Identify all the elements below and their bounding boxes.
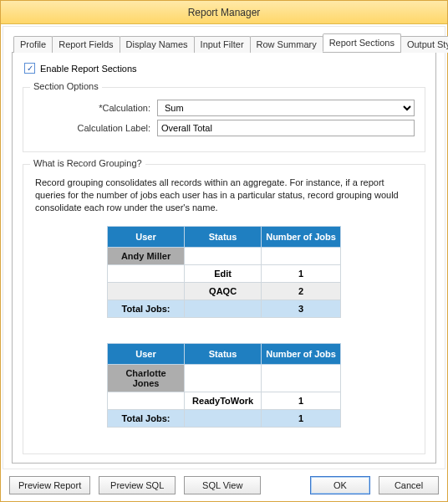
- enable-sections-row: ✓ Enable Report Sections: [24, 63, 425, 74]
- table-row-total: Total Jobs: 3: [108, 300, 341, 317]
- calculation-row: *Calculation: Sum: [33, 100, 415, 116]
- record-grouping-group: What is Record Grouping? Record grouping…: [23, 164, 425, 454]
- client-area: Profile Report Fields Display Names Inpu…: [3, 26, 445, 469]
- empty-cell: [185, 300, 262, 317]
- col-jobs: Number of Jobs: [262, 343, 341, 364]
- tab-panel-report-sections: ✓ Enable Report Sections Section Options…: [12, 52, 436, 464]
- table-row: Edit 1: [108, 264, 341, 282]
- tab-profile[interactable]: Profile: [13, 36, 53, 53]
- user-cell: Andy Miller: [108, 247, 185, 264]
- section-options-title: Section Options: [30, 81, 102, 91]
- col-user: User: [108, 226, 185, 247]
- table-row: ReadyToWork 1: [108, 392, 341, 409]
- empty-cell: [108, 392, 185, 409]
- tab-display-names[interactable]: Display Names: [120, 36, 195, 53]
- empty-cell: [262, 247, 341, 264]
- total-value-cell: 3: [262, 300, 341, 317]
- example-tables: User Status Number of Jobs Andy Miller: [33, 223, 415, 431]
- enable-sections-label: Enable Report Sections: [40, 64, 137, 74]
- tab-input-filter[interactable]: Input Filter: [194, 36, 251, 53]
- jobs-cell: 2: [262, 282, 341, 300]
- status-cell: Edit: [185, 264, 262, 282]
- section-options-group: Section Options *Calculation: Sum Calcul…: [23, 87, 425, 152]
- empty-cell: [262, 364, 341, 392]
- preview-sql-button[interactable]: Preview SQL: [99, 476, 176, 494]
- empty-cell: [185, 364, 262, 392]
- titlebar: Report Manager: [1, 1, 447, 24]
- col-status: Status: [185, 343, 262, 364]
- status-cell: ReadyToWork: [185, 392, 262, 409]
- example-table-2: User Status Number of Jobs Charlotte Jon…: [107, 343, 341, 428]
- table-row: Charlotte Jones: [108, 364, 341, 392]
- col-jobs: Number of Jobs: [262, 226, 341, 247]
- calculation-select[interactable]: Sum: [157, 100, 415, 116]
- tab-report-fields[interactable]: Report Fields: [52, 36, 120, 53]
- tab-output-style[interactable]: Output Style: [400, 36, 448, 53]
- calc-label-row: Calculation Label:: [33, 120, 415, 136]
- table-row-total: Total Jobs: 1: [108, 409, 341, 427]
- calc-label-input[interactable]: [157, 120, 415, 136]
- empty-cell: [185, 247, 262, 264]
- preview-report-button[interactable]: Preview Report: [9, 476, 90, 494]
- empty-cell: [108, 264, 185, 282]
- total-label-cell: Total Jobs:: [108, 300, 185, 317]
- tab-report-sections[interactable]: Report Sections: [323, 33, 401, 52]
- total-value-cell: 1: [262, 409, 341, 427]
- jobs-cell: 1: [262, 392, 341, 409]
- sql-view-button[interactable]: SQL View: [184, 476, 261, 494]
- empty-cell: [185, 409, 262, 427]
- col-status: Status: [185, 226, 262, 247]
- tab-strip: Profile Report Fields Display Names Inpu…: [12, 33, 436, 52]
- jobs-cell: 1: [262, 264, 341, 282]
- status-cell: QAQC: [185, 282, 262, 300]
- window-title: Report Manager: [188, 7, 261, 18]
- cancel-button[interactable]: Cancel: [379, 476, 439, 494]
- user-cell: Charlotte Jones: [108, 364, 185, 392]
- record-grouping-description: Record grouping consolidates all records…: [35, 177, 413, 214]
- empty-cell: [108, 282, 185, 300]
- dialog-buttons: Preview Report Preview SQL SQL View OK C…: [1, 471, 447, 501]
- record-grouping-title: What is Record Grouping?: [30, 158, 145, 168]
- enable-sections-checkbox[interactable]: ✓: [24, 63, 35, 74]
- total-label-cell: Total Jobs:: [108, 409, 185, 427]
- report-manager-window: Report Manager Profile Report Fields Dis…: [0, 0, 448, 502]
- ok-button[interactable]: OK: [310, 476, 370, 494]
- col-user: User: [108, 343, 185, 364]
- table-row: Andy Miller: [108, 247, 341, 264]
- table-row: QAQC 2: [108, 282, 341, 300]
- calc-label-label: Calculation Label:: [33, 123, 150, 133]
- example-table-1: User Status Number of Jobs Andy Miller: [107, 226, 341, 318]
- calculation-label: *Calculation:: [33, 103, 150, 113]
- tab-row-summary[interactable]: Row Summary: [250, 36, 323, 53]
